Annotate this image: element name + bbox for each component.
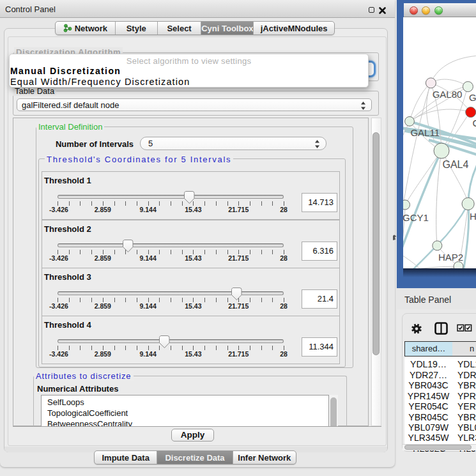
svg-text:GAL1: GAL1	[469, 92, 476, 103]
svg-text:CY: CY	[473, 118, 476, 128]
svg-text:HIS: HIS	[470, 211, 476, 222]
svg-text:GCY1: GCY1	[403, 212, 429, 223]
svg-text:HAP2: HAP2	[438, 252, 463, 263]
svg-text:GAL4: GAL4	[443, 159, 469, 170]
svg-text:GAL80: GAL80	[433, 89, 463, 100]
svg-text:GAL11: GAL11	[410, 127, 440, 138]
